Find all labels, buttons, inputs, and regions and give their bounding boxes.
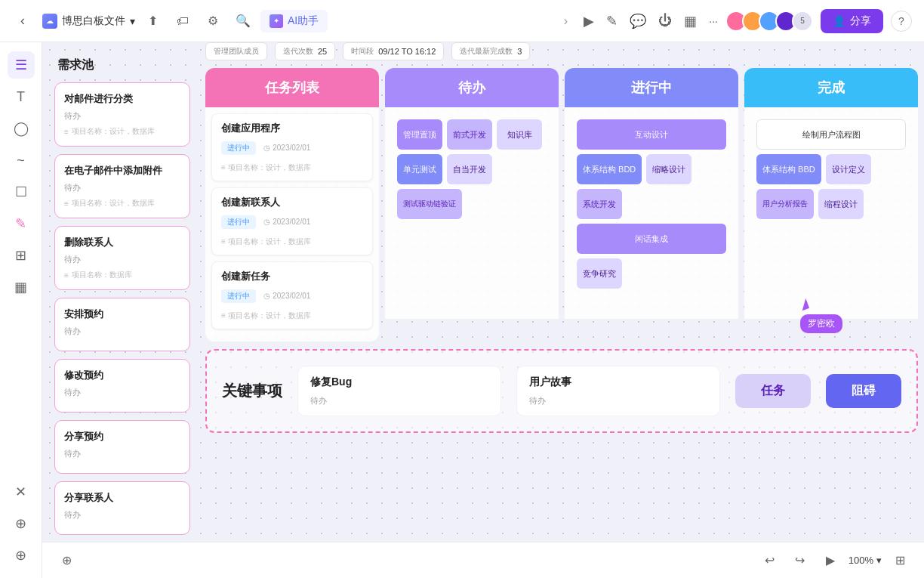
task-card-2[interactable]: 创建新联系人 进行中 ◷ 2023/02/01 ≡ 项目名称：设计，数据库 — [211, 187, 373, 255]
power-icon[interactable]: ⏻ — [658, 13, 672, 29]
cursor-indicator: 罗密欧 — [800, 299, 842, 333]
need-card-7-status: 待办 — [64, 509, 180, 521]
bottom-card-1[interactable]: 修复Bug 待办 — [297, 366, 501, 416]
col-doing-body: 互动设计 体系结构 BDD 缩略设计 系统开发 闲话集成 竞争研究 — [565, 107, 738, 319]
sticky-todo-4[interactable]: 单元测试 — [397, 154, 442, 184]
toolbar-frame-icon[interactable]: ⊞ — [8, 242, 35, 269]
task-card-3[interactable]: 创建新任务 进行中 ◷ 2023/02/01 ≡ 项目名称：设计，数据库 — [211, 261, 373, 329]
need-card-6[interactable]: 分享预约 待办 — [54, 420, 190, 474]
need-card-4-title: 安排预约 — [64, 308, 180, 321]
undo-button[interactable]: ↩ — [758, 549, 782, 573]
sticky-done-3[interactable]: 设计定义 — [826, 154, 871, 184]
canvas-area[interactable]: 需求池 对邮件进行分类 待办 ≡ 项目名称：设计，数据库 在电子邮件中添加附件 … — [42, 42, 924, 578]
more-dots-icon[interactable]: ··· — [709, 15, 718, 27]
bottom-card-1-title: 修复Bug — [310, 376, 488, 389]
need-card-3[interactable]: 删除联系人 待办 ≡ 项目名称：数据库 — [54, 226, 190, 290]
info-pill-iterations[interactable]: 迭代次数 25 — [275, 42, 335, 60]
info-pill-manage[interactable]: 管理团队成员 — [205, 42, 267, 60]
need-card-7-title: 分享联系人 — [64, 491, 180, 505]
info-pill-complete[interactable]: 迭代最新完成数 3 — [451, 42, 530, 60]
cursor-arrow-icon — [799, 298, 809, 311]
upload-icon[interactable]: ⬆ — [144, 13, 161, 29]
nav-more-icon[interactable]: › — [555, 11, 576, 32]
task-card-3-title: 创建新任务 — [221, 270, 363, 283]
kanban-col-todo: 待办 管理置顶 前式开发 知识库 单元测试 自当开发 测试驱动链验证 — [385, 68, 559, 342]
need-card-4[interactable]: 安排预约 待办 — [54, 298, 190, 351]
toolbar-connector-icon[interactable]: ✕ — [8, 478, 35, 505]
toolbar-add-icon[interactable]: ⊕ — [8, 510, 35, 537]
need-card-5-title: 修改预约 — [64, 369, 180, 382]
cursor-user-label: 罗密欧 — [800, 314, 842, 333]
tag-icon[interactable]: 🏷 — [174, 13, 191, 29]
chat-icon[interactable]: 💬 — [630, 13, 646, 29]
play-icon[interactable]: ▶ — [584, 13, 594, 29]
col-todo-header: 待办 — [385, 68, 559, 107]
sticky-doing-1[interactable]: 互动设计 — [577, 119, 726, 150]
bottom-card-2[interactable]: 用户故事 待办 — [516, 366, 720, 416]
need-card-5[interactable]: 修改预约 待办 — [54, 359, 190, 413]
sticky-todo-3[interactable]: 知识库 — [497, 119, 542, 150]
kanban-bottom-section: 关键事项 修复Bug 待办 用户故事 待办 任务 阻碍 — [205, 349, 918, 433]
sticky-done-2[interactable]: 体系结构 BBD — [756, 154, 821, 184]
toolbar-text-icon[interactable]: T — [8, 83, 35, 110]
task-badge-doing-1: 进行中 — [221, 141, 256, 155]
share-icon: 👤 — [833, 15, 845, 27]
need-card-1[interactable]: 对邮件进行分类 待办 ≡ 项目名称：设计，数据库 — [54, 82, 190, 147]
layers-icon[interactable]: ⊕ — [54, 549, 79, 573]
sticky-done-1[interactable]: 绘制用户流程图 — [756, 119, 906, 150]
task-card-1[interactable]: 创建应用程序 进行中 ◷ 2023/02/01 ≡ 项目名称：设计，数据库 — [211, 113, 373, 181]
col-done-header: 完成 — [744, 68, 918, 107]
ai-assistant-button[interactable]: ✦ AI助手 — [260, 10, 328, 32]
sticky-todo-2[interactable]: 前式开发 — [447, 119, 492, 150]
ai-icon: ✦ — [270, 14, 283, 28]
toolbar-select-icon[interactable]: ☰ — [8, 51, 35, 79]
help-button[interactable]: ? — [891, 11, 912, 32]
draw-icon[interactable]: ✎ — [606, 13, 618, 29]
sticky-todo-6[interactable]: 测试驱动链验证 — [397, 189, 462, 219]
sticky-doing-2[interactable]: 体系结构 BDD — [577, 154, 642, 184]
task-meta-2: ≡ 项目名称：设计，数据库 — [221, 236, 363, 247]
chart-icon[interactable]: ▦ — [684, 13, 697, 29]
file-name-group[interactable]: ☁ 博思白板文件 ▾ — [42, 14, 135, 29]
back-button[interactable]: ‹ — [12, 11, 33, 32]
toolbar-table-icon[interactable]: ▦ — [8, 274, 35, 301]
sticky-doing-5[interactable]: 闲话集成 — [577, 224, 726, 254]
need-card-2[interactable]: 在电子邮件中添加附件 待办 ≡ 项目名称：设计，数据库 — [54, 154, 190, 218]
need-card-7[interactable]: 分享联系人 待办 — [54, 481, 190, 535]
sticky-todo-1[interactable]: 管理置顶 — [397, 119, 442, 150]
toolbar-sticky-icon[interactable]: ☐ — [8, 178, 35, 206]
share-button[interactable]: 👤 分享 — [821, 9, 883, 33]
col-doing-header: 进行中 — [565, 68, 738, 107]
sticky-done-4[interactable]: 用户分析报告 — [756, 189, 814, 219]
zoom-dropdown-icon[interactable]: ▾ — [876, 555, 882, 566]
task-card-1-title: 创建应用程序 — [221, 122, 363, 135]
col-todo-body: 管理置顶 前式开发 知识库 单元测试 自当开发 测试驱动链验证 — [385, 107, 559, 319]
task-button[interactable]: 任务 — [735, 374, 811, 408]
task-meta-1: ≡ 项目名称：设计，数据库 — [221, 162, 363, 173]
file-cloud-icon: ☁ — [42, 14, 57, 29]
sticky-doing-4[interactable]: 系统开发 — [577, 189, 622, 219]
info-pill-time[interactable]: 时间段 09/12 TO 16:12 — [343, 42, 444, 60]
sticky-doing-3[interactable]: 缩略设计 — [646, 154, 691, 184]
bottom-bar-left: ⊕ — [54, 549, 79, 573]
sticky-doing-6[interactable]: 竞争研究 — [577, 258, 622, 289]
toolbar-line-icon[interactable]: ~ — [8, 147, 35, 174]
toolbar-pen-icon[interactable]: ✎ — [8, 210, 35, 237]
play-mode-icon[interactable]: ▶ — [818, 549, 842, 573]
blocker-button[interactable]: 阻碍 — [826, 374, 901, 408]
bottom-title: 关键事项 — [222, 381, 282, 401]
sticky-done-5[interactable]: 缩程设计 — [818, 189, 864, 219]
kanban-col-task: 任务列表 创建应用程序 进行中 ◷ 2023/02/01 ≡ 项目名称：设计，数… — [205, 68, 379, 342]
need-card-3-meta: ≡ 项目名称：数据库 — [64, 270, 180, 280]
toolbar-layers-icon[interactable]: ⊕ — [8, 542, 35, 569]
settings-icon[interactable]: ⚙ — [205, 13, 221, 29]
need-card-3-title: 删除联系人 — [64, 236, 180, 249]
zoom-level[interactable]: 100% — [849, 555, 873, 566]
search-icon[interactable]: 🔍 — [235, 13, 251, 29]
toolbar-shape-icon[interactable]: ◯ — [8, 115, 35, 142]
file-name-label: 博思白板文件 — [62, 14, 125, 28]
grid-view-icon[interactable]: ⊞ — [888, 549, 912, 573]
task-date-1: ◷ 2023/02/01 — [263, 144, 310, 152]
redo-button[interactable]: ↪ — [788, 549, 812, 573]
sticky-todo-5[interactable]: 自当开发 — [447, 154, 492, 184]
